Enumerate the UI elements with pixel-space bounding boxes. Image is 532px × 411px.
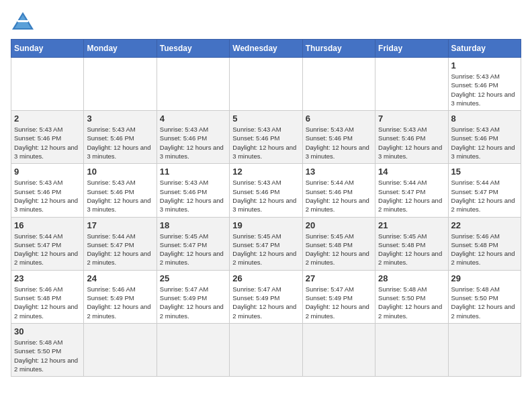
weekday-header-friday: Friday [375,40,448,58]
day-number: 9 [14,167,81,177]
calendar-cell: 10Sunrise: 5:43 AM Sunset: 5:46 PM Dayli… [84,164,157,217]
day-number: 20 [306,220,372,230]
day-info: Sunrise: 5:43 AM Sunset: 5:46 PM Dayligh… [451,125,518,161]
day-info: Sunrise: 5:43 AM Sunset: 5:46 PM Dayligh… [14,178,81,214]
day-number: 25 [160,273,226,283]
day-number: 4 [160,113,226,124]
calendar-cell: 16Sunrise: 5:44 AM Sunset: 5:47 PM Dayli… [11,217,84,270]
calendar-cell: 19Sunrise: 5:45 AM Sunset: 5:47 PM Dayli… [230,217,302,270]
day-info: Sunrise: 5:45 AM Sunset: 5:47 PM Dayligh… [160,232,226,267]
calendar-cell [302,323,375,376]
day-number: 10 [87,167,153,177]
day-info: Sunrise: 5:43 AM Sunset: 5:46 PM Dayligh… [451,72,518,107]
calendar-cell: 6Sunrise: 5:43 AM Sunset: 5:46 PM Daylig… [302,111,375,164]
day-info: Sunrise: 5:44 AM Sunset: 5:47 PM Dayligh… [14,232,81,267]
day-number: 14 [378,167,445,177]
calendar-cell: 11Sunrise: 5:43 AM Sunset: 5:46 PM Dayli… [157,164,229,217]
day-number: 2 [14,113,81,124]
day-number: 24 [87,273,153,283]
day-number: 12 [232,167,299,177]
calendar: SundayMondayTuesdayWednesdayThursdayFrid… [11,39,521,377]
week-row-3: 9Sunrise: 5:43 AM Sunset: 5:46 PM Daylig… [11,164,521,217]
header [11,11,521,31]
day-info: Sunrise: 5:44 AM Sunset: 5:47 PM Dayligh… [451,178,518,214]
day-info: Sunrise: 5:47 AM Sunset: 5:49 PM Dayligh… [306,285,372,320]
calendar-cell: 12Sunrise: 5:43 AM Sunset: 5:46 PM Dayli… [230,164,302,217]
calendar-cell [448,323,521,376]
calendar-cell: 27Sunrise: 5:47 AM Sunset: 5:49 PM Dayli… [302,270,375,323]
week-row-2: 2Sunrise: 5:43 AM Sunset: 5:46 PM Daylig… [11,111,521,164]
week-row-6: 30Sunrise: 5:48 AM Sunset: 5:50 PM Dayli… [11,323,521,376]
calendar-cell: 28Sunrise: 5:48 AM Sunset: 5:50 PM Dayli… [375,270,448,323]
day-info: Sunrise: 5:46 AM Sunset: 5:48 PM Dayligh… [14,285,81,320]
day-number: 21 [378,220,445,230]
day-info: Sunrise: 5:43 AM Sunset: 5:46 PM Dayligh… [87,125,153,161]
calendar-cell [230,58,302,111]
day-info: Sunrise: 5:43 AM Sunset: 5:46 PM Dayligh… [87,178,153,214]
calendar-cell: 7Sunrise: 5:43 AM Sunset: 5:46 PM Daylig… [375,111,448,164]
calendar-cell [84,58,157,111]
calendar-cell: 26Sunrise: 5:47 AM Sunset: 5:49 PM Dayli… [230,270,302,323]
calendar-cell [302,58,375,111]
day-number: 26 [232,273,299,283]
day-number: 17 [87,220,153,230]
day-number: 15 [451,167,518,177]
day-number: 1 [451,60,518,71]
day-info: Sunrise: 5:47 AM Sunset: 5:49 PM Dayligh… [160,285,226,320]
day-number: 8 [451,113,518,124]
calendar-cell: 15Sunrise: 5:44 AM Sunset: 5:47 PM Dayli… [448,164,521,217]
day-number: 22 [451,220,518,230]
weekday-header-monday: Monday [84,40,157,58]
day-info: Sunrise: 5:43 AM Sunset: 5:46 PM Dayligh… [160,178,226,214]
calendar-cell: 4Sunrise: 5:43 AM Sunset: 5:46 PM Daylig… [157,111,229,164]
day-info: Sunrise: 5:48 AM Sunset: 5:50 PM Dayligh… [14,338,81,373]
calendar-cell: 18Sunrise: 5:45 AM Sunset: 5:47 PM Dayli… [157,217,229,270]
day-info: Sunrise: 5:43 AM Sunset: 5:46 PM Dayligh… [14,125,81,161]
calendar-cell: 20Sunrise: 5:45 AM Sunset: 5:48 PM Dayli… [302,217,375,270]
day-number: 6 [306,113,372,124]
calendar-cell: 3Sunrise: 5:43 AM Sunset: 5:46 PM Daylig… [84,111,157,164]
calendar-cell: 29Sunrise: 5:48 AM Sunset: 5:50 PM Dayli… [448,270,521,323]
weekday-header-wednesday: Wednesday [230,40,302,58]
day-info: Sunrise: 5:44 AM Sunset: 5:47 PM Dayligh… [378,178,445,214]
calendar-cell: 9Sunrise: 5:43 AM Sunset: 5:46 PM Daylig… [11,164,84,217]
day-info: Sunrise: 5:43 AM Sunset: 5:46 PM Dayligh… [232,178,299,214]
day-info: Sunrise: 5:45 AM Sunset: 5:47 PM Dayligh… [232,232,299,267]
calendar-cell [230,323,302,376]
calendar-cell: 22Sunrise: 5:46 AM Sunset: 5:48 PM Dayli… [448,217,521,270]
day-info: Sunrise: 5:44 AM Sunset: 5:47 PM Dayligh… [87,232,153,267]
calendar-cell: 8Sunrise: 5:43 AM Sunset: 5:46 PM Daylig… [448,111,521,164]
day-info: Sunrise: 5:43 AM Sunset: 5:46 PM Dayligh… [232,125,299,161]
day-number: 29 [451,273,518,283]
calendar-cell: 17Sunrise: 5:44 AM Sunset: 5:47 PM Dayli… [84,217,157,270]
calendar-cell: 1Sunrise: 5:43 AM Sunset: 5:46 PM Daylig… [448,58,521,111]
day-info: Sunrise: 5:47 AM Sunset: 5:49 PM Dayligh… [232,285,299,320]
svg-rect-2 [17,20,28,22]
calendar-cell: 25Sunrise: 5:47 AM Sunset: 5:49 PM Dayli… [157,270,229,323]
calendar-cell: 13Sunrise: 5:44 AM Sunset: 5:46 PM Dayli… [302,164,375,217]
weekday-header-tuesday: Tuesday [157,40,229,58]
week-row-5: 23Sunrise: 5:46 AM Sunset: 5:48 PM Dayli… [11,270,521,323]
day-number: 19 [232,220,299,230]
day-number: 30 [14,326,81,336]
week-row-1: 1Sunrise: 5:43 AM Sunset: 5:46 PM Daylig… [11,58,521,111]
calendar-cell [375,58,448,111]
day-number: 13 [306,167,372,177]
day-number: 18 [160,220,226,230]
calendar-cell [375,323,448,376]
day-info: Sunrise: 5:48 AM Sunset: 5:50 PM Dayligh… [451,285,518,320]
day-info: Sunrise: 5:45 AM Sunset: 5:48 PM Dayligh… [378,232,445,267]
calendar-cell [157,58,229,111]
day-info: Sunrise: 5:43 AM Sunset: 5:46 PM Dayligh… [378,125,445,161]
weekday-header-thursday: Thursday [302,40,375,58]
day-info: Sunrise: 5:46 AM Sunset: 5:48 PM Dayligh… [451,232,518,267]
calendar-cell [157,323,229,376]
day-number: 7 [378,113,445,124]
day-number: 16 [14,220,81,230]
calendar-cell: 2Sunrise: 5:43 AM Sunset: 5:46 PM Daylig… [11,111,84,164]
day-info: Sunrise: 5:43 AM Sunset: 5:46 PM Dayligh… [306,125,372,161]
day-info: Sunrise: 5:45 AM Sunset: 5:48 PM Dayligh… [306,232,372,267]
logo-icon [11,11,35,31]
calendar-cell: 5Sunrise: 5:43 AM Sunset: 5:46 PM Daylig… [230,111,302,164]
calendar-cell: 21Sunrise: 5:45 AM Sunset: 5:48 PM Dayli… [375,217,448,270]
